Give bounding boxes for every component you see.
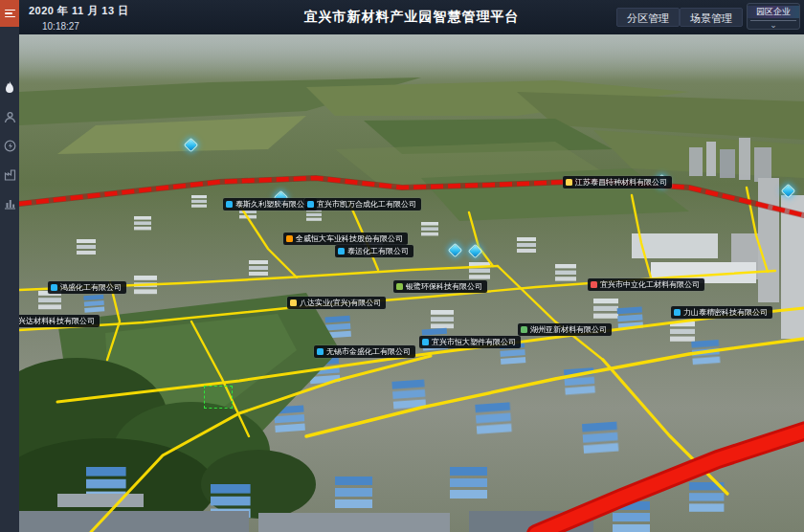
company-label-text: 湖州亚新材料有限公司 xyxy=(530,324,607,335)
company-label-text: 宜兴市恒大塑件有限公司 xyxy=(432,337,516,347)
factory-marker-icon xyxy=(566,179,572,186)
factory-marker-icon xyxy=(226,201,233,208)
hamburger-icon xyxy=(5,8,15,20)
factory-marker-icon xyxy=(396,283,403,290)
company-label-text: 泰斯久利塑胶有限公司 xyxy=(235,199,312,210)
bar-chart-icon xyxy=(4,197,16,210)
company-label[interactable]: 银鹭环保科技有限公司 xyxy=(393,280,487,293)
factory-marker-icon xyxy=(286,235,293,242)
factory-icon xyxy=(4,168,16,181)
company-label-text: 银鹭环保科技有限公司 xyxy=(406,281,482,292)
company-label-text: 全威恒大车业科技股份有限公司 xyxy=(296,233,403,244)
company-label[interactable]: 兴达材料科技有限公司 xyxy=(19,315,100,327)
application-window: 泰斯久利塑胶有限公司宜兴市凯万合成化工有限公司江苏泰昌特种材料有限公司全威恒大车… xyxy=(0,0,804,532)
factory-marker-icon xyxy=(307,201,314,208)
user-icon xyxy=(4,111,16,123)
company-label[interactable]: 无锡市金盛化工有限公司 xyxy=(314,345,415,358)
factory-marker-icon xyxy=(317,348,324,355)
company-label[interactable]: 全威恒大车业科技股份有限公司 xyxy=(283,233,408,245)
company-label[interactable]: 泰运化工有限公司 xyxy=(335,245,413,257)
dropdown-selected-label: 园区企业 xyxy=(748,6,799,18)
factory-marker-icon xyxy=(290,299,297,306)
company-label-text: 力山泰精密科技有限公司 xyxy=(683,307,768,318)
sidebar-item-fire[interactable] xyxy=(0,77,19,100)
factory-marker-icon xyxy=(422,339,429,345)
left-sidebar xyxy=(0,0,19,532)
sidebar-item-energy[interactable] xyxy=(0,134,19,157)
sidebar-item-enterprise[interactable] xyxy=(0,163,19,186)
zone-management-button[interactable]: 分区管理 xyxy=(616,8,680,27)
sidebar-item-statistics[interactable] xyxy=(0,191,19,214)
top-header: 2020 年 11 月 13 日 10:18:27 宜兴市新材料产业园智慧管理平… xyxy=(19,0,804,34)
menu-button[interactable] xyxy=(0,0,19,27)
factory-marker-icon xyxy=(521,326,527,333)
company-label-text: 兴达材料科技有限公司 xyxy=(19,316,95,326)
sidebar-item-personnel[interactable] xyxy=(0,105,19,128)
company-label[interactable]: 泰斯久利塑胶有限公司 xyxy=(223,198,317,211)
company-label-text: 鸿盛化工有限公司 xyxy=(60,282,122,293)
chevron-down-icon: ⌄ xyxy=(748,21,799,29)
factory-marker-icon xyxy=(591,281,597,288)
company-label-text: 江苏泰昌特种材料有限公司 xyxy=(575,177,667,188)
company-label[interactable]: 力山泰精密科技有限公司 xyxy=(671,306,772,319)
company-label[interactable]: 鸿盛化工有限公司 xyxy=(48,281,126,294)
factory-marker-icon xyxy=(674,309,681,316)
company-label-text: 宜兴市中立化工材料有限公司 xyxy=(600,279,700,290)
park-enterprise-dropdown[interactable]: 园区企业 ⌄ xyxy=(747,3,800,30)
company-label-text: 泰运化工有限公司 xyxy=(347,246,409,256)
factory-marker-icon xyxy=(51,284,57,291)
company-label[interactable]: 宜兴市中立化工材料有限公司 xyxy=(588,278,704,291)
company-label[interactable]: 江苏泰昌特种材料有限公司 xyxy=(563,176,672,188)
scene-management-button[interactable]: 场景管理 xyxy=(680,8,743,27)
company-label[interactable]: 八达实业(宜兴)有限公司 xyxy=(287,297,386,309)
selection-box xyxy=(204,386,233,409)
company-label-text: 无锡市金盛化工有限公司 xyxy=(326,346,411,357)
company-label[interactable]: 宜兴市恒大塑件有限公司 xyxy=(419,336,521,348)
power-icon xyxy=(4,140,16,152)
map-area[interactable]: 泰斯久利塑胶有限公司宜兴市凯万合成化工有限公司江苏泰昌特种材料有限公司全威恒大车… xyxy=(19,34,804,532)
company-label-text: 宜兴市凯万合成化工有限公司 xyxy=(317,199,416,210)
flame-icon xyxy=(4,81,15,95)
factory-marker-icon xyxy=(338,248,345,255)
company-label[interactable]: 湖州亚新材料有限公司 xyxy=(518,323,612,336)
company-label[interactable]: 宜兴市凯万合成化工有限公司 xyxy=(304,198,421,211)
company-label-text: 八达实业(宜兴)有限公司 xyxy=(300,298,381,308)
